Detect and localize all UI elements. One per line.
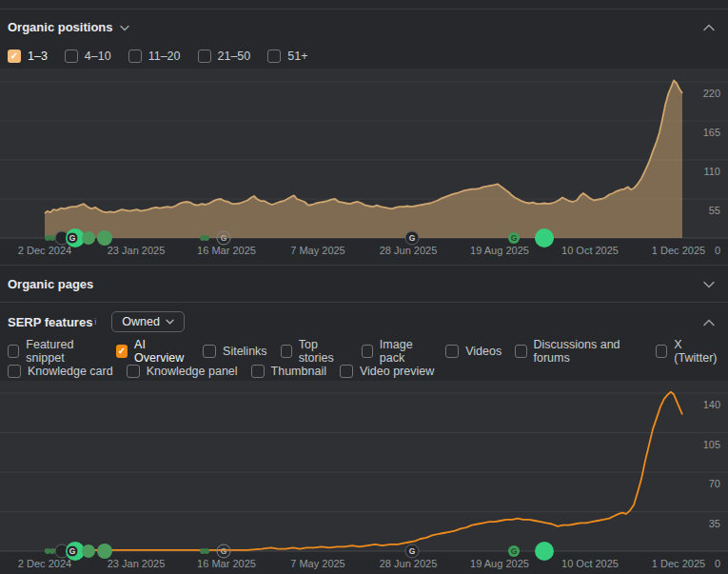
filter-11-20[interactable]: 11–20 [128, 49, 181, 63]
organic-positions-title: Organic positions [8, 20, 113, 34]
filter-knowledge-panel[interactable]: Knowledge panel [127, 365, 238, 378]
filter-top-stories[interactable]: Top stories [281, 338, 348, 365]
checkbox-icon[interactable] [515, 345, 526, 358]
checkbox-icon[interactable] [362, 345, 373, 358]
y-tick-label: 165 [703, 127, 720, 138]
checkbox-icon[interactable] [203, 345, 216, 358]
checkbox-icon[interactable] [127, 365, 140, 378]
filter-label: 4–10 [85, 49, 111, 63]
filter-label: Featured snippet [26, 338, 103, 365]
google-update-marker[interactable] [535, 542, 554, 561]
filter-x-twitter[interactable]: X (Twitter) [656, 338, 720, 365]
filter-label: 21–50 [218, 49, 251, 63]
info-superscript: i [94, 317, 96, 327]
serp-filters-row-1: Featured snippet✓AI OverviewSitelinksTop… [0, 341, 728, 361]
x-tick-label: 2 Dec 2024 [18, 558, 71, 569]
filter-label: Top stories [299, 338, 348, 365]
google-update-marker[interactable]: G [508, 232, 520, 244]
chevron-down-icon[interactable] [120, 18, 129, 35]
google-update-marker[interactable] [204, 548, 209, 554]
svg-text:G: G [69, 233, 76, 243]
x-tick-label: 1 Dec 2025 [652, 558, 705, 569]
checkbox-icon[interactable] [340, 365, 353, 378]
checkbox-icon[interactable] [8, 365, 21, 378]
google-update-marker[interactable] [97, 544, 112, 559]
x-tick-label: 7 May 2025 [290, 558, 344, 569]
filter-image-pack[interactable]: Image pack [362, 338, 433, 365]
checkbox-checked-icon[interactable]: ✓ [8, 49, 21, 63]
svg-text:G: G [221, 546, 227, 556]
filter-label: 1–3 [28, 49, 48, 63]
organic-positions-header: Organic positions [0, 10, 728, 44]
google-update-marker[interactable] [49, 235, 55, 241]
filter-sitelinks[interactable]: Sitelinks [203, 345, 267, 358]
filter-4-10[interactable]: 4–10 [65, 49, 111, 63]
google-update-marker[interactable] [535, 228, 554, 247]
filter-thumbnail[interactable]: Thumbnail [251, 365, 326, 378]
x-tick-label: 1 Dec 2025 [652, 245, 705, 256]
x-tick-label: 23 Jan 2025 [108, 245, 166, 256]
filter-label: 11–20 [148, 49, 181, 63]
checkbox-icon[interactable] [281, 345, 292, 358]
checkbox-icon[interactable] [445, 345, 459, 358]
google-update-marker[interactable]: G [67, 545, 78, 557]
filter-videos[interactable]: Videos [445, 345, 502, 358]
filter-knowledge-card[interactable]: Knowledge card [8, 365, 113, 378]
y-tick-label: 35 [709, 518, 720, 529]
checkbox-icon[interactable] [656, 345, 667, 358]
filter-label: Video preview [360, 365, 434, 378]
checkbox-icon[interactable] [267, 49, 281, 63]
google-update-marker[interactable] [97, 230, 112, 246]
checkbox-icon[interactable] [198, 49, 211, 63]
google-update-marker[interactable] [204, 235, 209, 241]
google-update-marker[interactable]: G [405, 544, 419, 558]
svg-text:G: G [221, 233, 227, 243]
y-tick-label: 220 [703, 88, 720, 99]
filter-1-3[interactable]: ✓1–3 [8, 49, 48, 63]
filter-discussions-and-forums[interactable]: Discussions and forums [515, 338, 642, 365]
x-tick-label: 28 Jun 2025 [380, 245, 438, 256]
x-tick-label: 19 Aug 2025 [470, 558, 529, 569]
collapse-chevron-up-icon[interactable] [703, 18, 715, 35]
x-tick-label: 10 Oct 2025 [561, 558, 619, 569]
google-update-marker[interactable] [82, 544, 95, 558]
google-update-marker[interactable]: G [405, 231, 419, 245]
checkbox-icon[interactable] [251, 365, 265, 378]
owned-dropdown-button[interactable]: Owned [111, 311, 185, 332]
google-update-marker[interactable] [82, 231, 95, 245]
svg-text:G: G [409, 546, 416, 556]
filter-label: 51+ [287, 49, 307, 63]
filter-label: Thumbnail [271, 365, 326, 378]
checkbox-icon[interactable] [8, 345, 19, 358]
y-tick-label: 55 [709, 205, 720, 216]
google-update-marker[interactable] [49, 548, 55, 554]
google-update-marker[interactable]: G [508, 545, 520, 557]
organic-pages-title: Organic pages [8, 277, 93, 291]
filter-label: Sitelinks [223, 345, 267, 358]
x-tick-label: 19 Aug 2025 [470, 245, 529, 256]
filter-label: AI Overview [134, 338, 189, 365]
expand-chevron-down-icon[interactable] [703, 275, 715, 292]
section-divider [0, 0, 728, 10]
checkbox-icon[interactable] [128, 49, 142, 63]
collapse-chevron-up-icon[interactable] [703, 313, 715, 330]
checkbox-checked-icon[interactable]: ✓ [116, 345, 128, 358]
google-update-marker[interactable]: G [67, 232, 78, 244]
organic-positions-chart: GGGG2201651105502 Dec 202423 Jan 202516 … [0, 69, 728, 259]
filter-label: Knowledge card [28, 365, 113, 378]
organic-research-panel: Organic positions ✓1–34–1011–2021–5051+ … [0, 0, 728, 574]
filter-51[interactable]: 51+ [267, 49, 307, 63]
filter-21-50[interactable]: 21–50 [198, 49, 251, 63]
serp-features-title: SERP features [8, 315, 92, 329]
owned-dropdown-label: Owned [122, 315, 160, 328]
filter-video-preview[interactable]: Video preview [340, 365, 434, 378]
organic-pages-header[interactable]: Organic pages [0, 265, 728, 303]
x-tick-label: 28 Jun 2025 [380, 558, 438, 569]
x-tick-label: 16 Mar 2025 [197, 558, 256, 569]
y-tick-label: 110 [703, 166, 720, 177]
filter-featured-snippet[interactable]: Featured snippet [8, 338, 103, 365]
checkbox-icon[interactable] [65, 49, 78, 63]
serp-features-chart: GGGG140105703502 Dec 202423 Jan 202516 M… [0, 381, 728, 574]
filter-ai-overview[interactable]: ✓AI Overview [116, 338, 189, 365]
x-tick-label: 23 Jan 2025 [108, 558, 166, 569]
